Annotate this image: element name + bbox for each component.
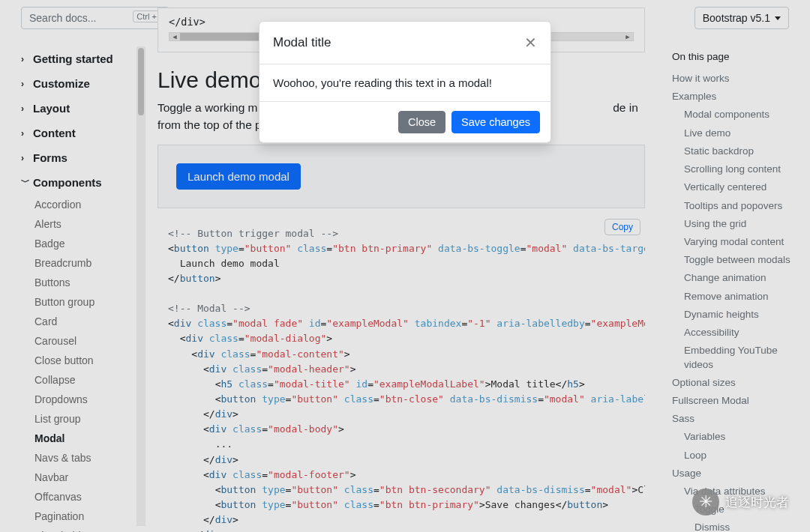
modal-title: Modal title [273,35,331,50]
modal-dialog: Modal title ✕ Woohoo, you're reading thi… [259,21,551,143]
watermark: ✳ 追逐时光者 [692,489,789,516]
modal-footer: Close Save changes [260,101,550,142]
modal-close-button[interactable]: Close [398,111,446,133]
modal-save-button[interactable]: Save changes [452,111,540,133]
modal-header: Modal title ✕ [260,22,550,64]
modal-body: Woohoo, you're reading this text in a mo… [260,64,550,101]
wechat-icon: ✳ [692,489,719,516]
watermark-text: 追逐时光者 [725,494,789,511]
close-icon[interactable]: ✕ [524,34,537,52]
